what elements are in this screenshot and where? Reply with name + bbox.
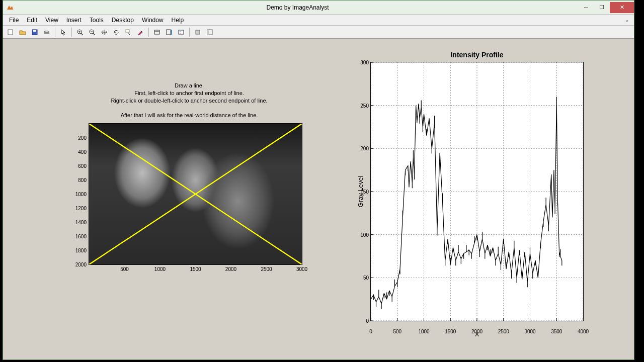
intensity-plot[interactable]: 050100150200250300 050010001500200025003… (370, 62, 584, 321)
toolbar (3, 26, 634, 39)
titlebar[interactable]: Demo by ImageAnalyst ─ ☐ ✕ (3, 1, 634, 15)
maximize-button[interactable]: ☐ (594, 2, 609, 13)
pan-icon[interactable] (99, 27, 110, 38)
image-y-ticks: 200400600800100012001400160018002000 (71, 124, 87, 264)
instructions-text: Draw a line. First, left-click to anchor… (73, 82, 305, 119)
zoom-out-icon[interactable] (87, 27, 98, 38)
svg-rect-21 (196, 30, 200, 34)
open-icon[interactable] (17, 27, 28, 38)
menu-file[interactable]: File (5, 16, 23, 25)
pointer-icon[interactable] (58, 27, 69, 38)
zoom-in-icon[interactable] (74, 27, 86, 38)
minimize-button[interactable]: ─ (579, 2, 594, 13)
right-subplot: Intensity Profile 050100150200250300 050… (370, 51, 584, 321)
svg-line-13 (128, 32, 130, 35)
menu-edit[interactable]: Edit (23, 16, 41, 25)
image-x-ticks: 50010001500200025003000 (89, 266, 302, 274)
figure-canvas: Draw a line. First, left-click to anchor… (3, 39, 634, 359)
chart-title: Intensity Profile (370, 51, 584, 59)
menu-tools[interactable]: Tools (86, 16, 108, 25)
menubar: File Edit View Insert Tools Desktop Wind… (3, 15, 634, 26)
figure-window: Demo by ImageAnalyst ─ ☐ ✕ File Edit Vie… (3, 0, 634, 360)
svg-rect-16 (167, 30, 171, 35)
menu-view[interactable]: View (41, 16, 62, 25)
image-axes[interactable]: 200400600800100012001400160018002000 500… (89, 123, 302, 265)
link-icon[interactable] (151, 27, 163, 38)
svg-rect-18 (179, 30, 184, 34)
svg-line-6 (81, 33, 83, 35)
colorbar-icon[interactable] (164, 27, 175, 38)
left-subplot: Draw a line. First, left-click to anchor… (73, 82, 305, 265)
plot-xlabel: X (475, 330, 479, 338)
save-icon[interactable] (29, 27, 40, 38)
brush-icon[interactable] (135, 27, 146, 38)
svg-rect-0 (8, 30, 13, 35)
show-plot-tools-icon[interactable] (204, 27, 215, 38)
menu-insert[interactable]: Insert (62, 16, 86, 25)
svg-rect-17 (171, 30, 172, 35)
menu-window[interactable]: Window (138, 16, 168, 25)
new-figure-icon[interactable] (5, 27, 16, 38)
svg-rect-2 (33, 30, 36, 32)
svg-rect-12 (126, 30, 129, 32)
close-button[interactable]: ✕ (610, 2, 634, 13)
datacursor-icon[interactable] (123, 27, 134, 38)
print-icon[interactable] (41, 27, 52, 38)
menu-desktop[interactable]: Desktop (108, 16, 138, 25)
drawn-lines (89, 124, 302, 264)
legend-icon[interactable] (176, 27, 187, 38)
rotate-icon[interactable] (111, 27, 122, 38)
svg-rect-4 (45, 30, 48, 32)
svg-rect-14 (154, 30, 159, 34)
menu-help[interactable]: Help (168, 16, 188, 25)
plot-ylabel: Gray Level (357, 176, 364, 208)
svg-rect-23 (207, 30, 209, 35)
matlab-logo-icon (6, 4, 14, 12)
hide-plot-tools-icon[interactable] (192, 27, 203, 38)
window-title: Demo by ImageAnalyst (17, 4, 578, 11)
menu-overflow-icon[interactable]: ⌄ (625, 17, 632, 23)
svg-line-10 (93, 33, 95, 35)
